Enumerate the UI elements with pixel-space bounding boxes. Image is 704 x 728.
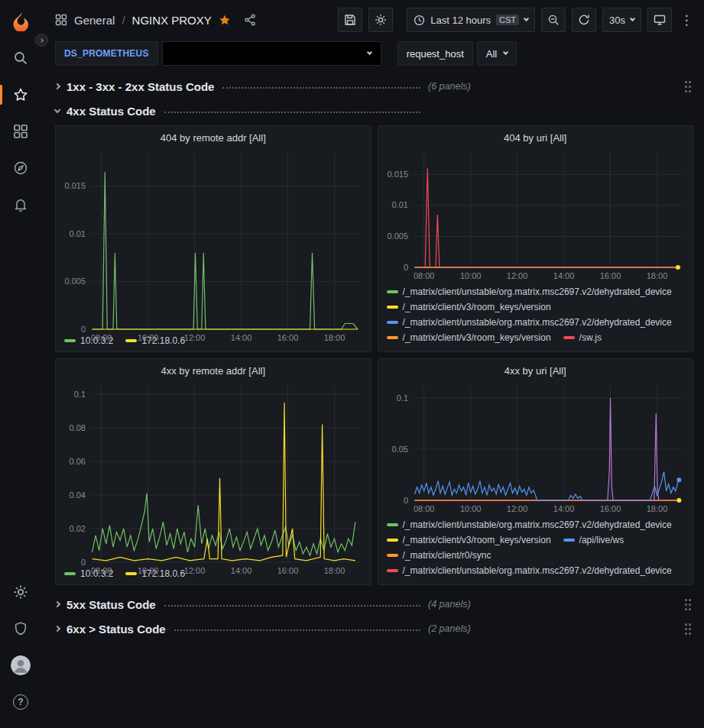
legend-item[interactable]: /_matrix/client/unstable/org.matrix.msc2… [387, 315, 672, 329]
star-filled-icon [219, 14, 231, 26]
panel-404-by-remote-addr: 404 by remote addr [All] 08:0010:0012:00… [55, 125, 371, 352]
sidebar-item-help[interactable]: ? [0, 684, 41, 720]
refresh-interval-picker[interactable]: 30s [602, 8, 641, 32]
sidebar-item-explore[interactable] [0, 150, 41, 186]
dashboard-variables: DS_PROMETHEUS request_host All [41, 40, 704, 67]
row-1xx-3xx-2xx[interactable]: 1xx - 3xx - 2xx Status Code (6 panels) [55, 75, 693, 98]
share-button[interactable] [244, 14, 256, 26]
row-drag-handle[interactable] [684, 623, 693, 635]
refresh-icon [578, 14, 590, 26]
panel-legend: /_matrix/client/unstable/org.matrix.msc2… [378, 283, 693, 349]
svg-text:0.015: 0.015 [387, 170, 408, 179]
svg-text:16:00: 16:00 [599, 271, 621, 280]
avatar [11, 655, 31, 675]
sidebar-item-dashboards[interactable] [0, 113, 41, 150]
row-drag-handle[interactable] [684, 81, 693, 92]
active-indicator [0, 85, 2, 105]
sidebar-toggle-button[interactable] [35, 34, 48, 47]
legend-series-label: /_matrix/client/unstable/org.matrix.msc2… [403, 286, 672, 297]
row-6xx[interactable]: 6xx > Status Code (2 panels) [55, 617, 693, 640]
time-series-chart[interactable]: 08:0010:0012:0014:0016:0018:0000.020.040… [56, 378, 371, 565]
kebab-menu-button[interactable]: ⋮ [678, 8, 695, 32]
row-drag-handle[interactable] [684, 599, 693, 610]
svg-text:0.01: 0.01 [391, 200, 407, 209]
dashboard-settings-button[interactable] [368, 8, 393, 32]
svg-text:16:00: 16:00 [277, 566, 299, 575]
panel-title[interactable]: 4xx by uri [All] [378, 359, 693, 378]
svg-text:0: 0 [81, 325, 86, 334]
legend-item[interactable]: /api/live/ws [563, 533, 625, 547]
row-left: 4xx Status Code [55, 105, 423, 118]
variable-request-host-label[interactable]: request_host [397, 41, 473, 66]
favorite-star-button[interactable] [219, 14, 231, 26]
legend-item[interactable]: /_matrix/client/unstable/org.matrix.msc2… [387, 564, 672, 578]
row-4xx[interactable]: 4xx Status Code [55, 99, 693, 122]
legend-item[interactable]: /_matrix/client/r0/sync [387, 548, 492, 562]
legend-item[interactable]: /_matrix/client/v3/room_keys/version [387, 300, 551, 314]
refresh-button[interactable] [572, 8, 596, 32]
legend-series-marker [387, 569, 398, 572]
chart-svg: 08:0010:0012:0014:0016:0018:0000.0050.01… [56, 145, 371, 345]
time-series-chart[interactable]: 08:0010:0012:0014:0016:0018:0000.050.1 [378, 378, 693, 516]
row-left: 1xx - 3xx - 2xx Status Code [55, 80, 423, 93]
svg-text:0.01: 0.01 [70, 229, 86, 238]
row-panel-count: (6 panels) [428, 81, 471, 92]
time-series-chart[interactable]: 08:0010:0012:0014:0016:0018:0000.0050.01… [378, 145, 693, 283]
grafana-app: ? General / NGINX PROXY [0, 0, 704, 728]
time-range-label: Last 12 hours [430, 15, 491, 26]
legend-series-label: /_matrix/client/unstable/org.matrix.msc2… [403, 565, 672, 576]
legend-item[interactable]: /_matrix/client/v3/room_keys/version [387, 533, 551, 547]
grafana-flame-icon [11, 11, 31, 31]
svg-text:14:00: 14:00 [553, 504, 574, 513]
zoom-out-button[interactable] [541, 8, 566, 32]
legend-item[interactable]: /sw.js [563, 331, 602, 345]
panel-title[interactable]: 4xx by remote addr [All] [56, 359, 371, 378]
legend-item[interactable]: /_matrix/client/unstable/org.matrix.msc2… [387, 518, 672, 532]
row-5xx[interactable]: 5xx Status Code (4 panels) [55, 593, 693, 616]
chevron-right-icon [39, 38, 44, 43]
panel-title[interactable]: 404 by uri [All] [378, 126, 693, 145]
row-panel-count: (4 panels) [428, 599, 471, 610]
sidebar-item-server-admin[interactable] [0, 610, 41, 647]
grafana-logo[interactable] [0, 3, 41, 40]
sidebar-item-profile[interactable] [0, 647, 41, 684]
sidebar-item-starred[interactable] [0, 76, 41, 113]
svg-text:16:00: 16:00 [599, 504, 621, 513]
sidebar-item-configuration[interactable] [0, 574, 41, 610]
star-icon [13, 87, 28, 102]
variable-ds-prometheus-select[interactable] [162, 41, 381, 66]
breadcrumb-section[interactable]: General [74, 14, 115, 27]
row-title: 4xx Status Code [67, 105, 156, 118]
svg-text:12:00: 12:00 [506, 271, 527, 280]
sidebar-top [0, 3, 41, 223]
sidebar-item-search[interactable] [0, 40, 41, 76]
chevron-down-icon [524, 16, 529, 21]
svg-text:18:00: 18:00 [324, 566, 346, 575]
panel-legend: /_matrix/client/unstable/org.matrix.msc2… [378, 516, 693, 582]
variable-ds-prometheus-label[interactable]: DS_PROMETHEUS [55, 41, 158, 66]
svg-text:0.04: 0.04 [70, 490, 86, 500]
legend-series-marker [387, 321, 398, 324]
legend-item[interactable]: /_matrix/client/v3/room_keys/version [387, 331, 551, 345]
time-range-picker[interactable]: Last 12 hours CST [407, 8, 535, 32]
row-left: 6xx > Status Code [55, 623, 423, 636]
dotted-leader [164, 605, 420, 607]
variable-request-host-select[interactable]: All [477, 41, 517, 66]
time-series-chart[interactable]: 08:0010:0012:0014:0016:0018:0000.0050.01… [56, 145, 371, 332]
legend-item[interactable]: /_matrix/client/unstable/org.matrix.msc2… [387, 285, 672, 299]
svg-text:18:00: 18:00 [646, 271, 667, 280]
sidebar-item-alerting[interactable] [0, 186, 41, 223]
chart-svg: 08:0010:0012:0014:0016:0018:0000.020.040… [56, 378, 371, 578]
legend-series-marker [387, 539, 398, 542]
save-dashboard-button[interactable] [338, 8, 362, 32]
panel-404-by-uri: 404 by uri [All] 08:0010:0012:0014:0016:… [378, 125, 694, 352]
svg-text:08:00: 08:00 [413, 504, 434, 513]
dotted-leader [222, 87, 420, 89]
navbar-actions: Last 12 hours CST 30s [338, 8, 695, 32]
sidebar-bottom: ? [0, 574, 41, 720]
svg-text:12:00: 12:00 [184, 333, 206, 342]
svg-text:18:00: 18:00 [646, 504, 667, 513]
cycle-view-button[interactable] [647, 8, 672, 32]
svg-text:10:00: 10:00 [459, 271, 481, 280]
panel-title[interactable]: 404 by remote addr [All] [56, 126, 371, 145]
